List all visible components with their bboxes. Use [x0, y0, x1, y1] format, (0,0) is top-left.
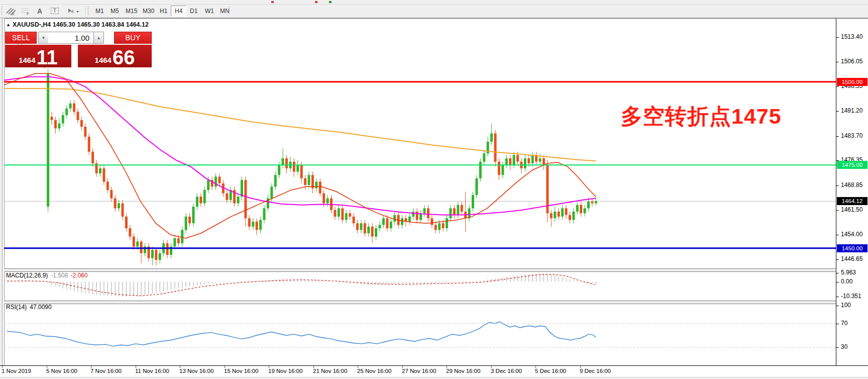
price-label-1500.00: 1500.00: [837, 78, 867, 86]
rsi-tick-30-tick: [836, 347, 839, 348]
rsi-tick-70: 70: [841, 320, 847, 327]
chart-ohlc-title: ▲XAUUSD-,H4 1465.30 1465.30 1463.84 1464…: [6, 21, 149, 28]
rsi-value: 47.0090: [30, 304, 51, 311]
macd-tick-5.963: 5.963: [841, 269, 856, 276]
macd-tick-0.00: 0.00: [841, 278, 852, 285]
price-tick-1483.70-tick: [836, 136, 839, 137]
macd-tick--10.351: -10.351: [841, 293, 861, 300]
volume-decrease-button[interactable]: ▼: [38, 32, 49, 44]
macd-tick-0.00-tick: [836, 282, 839, 282]
price-tick-1491.20-tick: [836, 111, 839, 112]
macd-signal-value: -2.060: [70, 272, 87, 279]
volume-increase-button[interactable]: ▲: [93, 32, 104, 44]
ask-price-main: 1464: [95, 56, 112, 64]
price-axis: 1513.401506.051498.551491.201483.701476.…: [836, 19, 868, 365]
chart-text-annotation[interactable]: 多空转折点1475: [621, 102, 782, 131]
price-tick-1491.20: 1491.20: [841, 107, 862, 114]
price-tick-1513.40: 1513.40: [841, 33, 862, 40]
sell-button[interactable]: SELL: [5, 32, 37, 44]
price-tick-1468.85: 1468.85: [841, 181, 862, 188]
buy-button[interactable]: BUY: [114, 32, 152, 44]
bid-price-box[interactable]: 1464 11: [5, 45, 71, 67]
rsi-tick-100: 100: [841, 302, 851, 309]
mt4-terminal-window: E F A T M1M5M15M30H1H4D1W1MN: [0, 0, 868, 379]
price-label-1464.12: 1464.12: [837, 197, 867, 205]
macd-tick-5.963-tick: [836, 273, 839, 273]
rsi-tick-100-tick: [836, 306, 839, 306]
price-tick-1454.00-tick: [836, 235, 839, 235]
bid-price-main: 1464: [19, 56, 35, 64]
price-label-1450.00: 1450.00: [837, 244, 867, 252]
one-click-trading-panel: SELL ▼ ▲ BUY 1464 11 1464 66: [5, 32, 152, 68]
price-tick-1483.70: 1483.70: [841, 132, 862, 139]
ask-price-pips: 66: [113, 47, 135, 67]
collapse-arrow-icon[interactable]: ▲: [6, 22, 11, 27]
rsi-indicator-label: RSI(14)47.0090: [6, 304, 52, 311]
price-tick-1498.55-tick: [836, 86, 839, 87]
macd-indicator-label: MACD(12,26,9)-1.508-2.060: [6, 272, 87, 279]
price-tick-1506.05: 1506.05: [841, 58, 862, 65]
volume-input[interactable]: [48, 32, 93, 44]
ask-price-box[interactable]: 1464 66: [78, 45, 152, 67]
rsi-tick-30: 30: [841, 343, 847, 350]
price-tick-1454.00: 1454.00: [841, 231, 862, 238]
price-tick-1513.40-tick: [836, 37, 839, 38]
rsi-line: [7, 322, 596, 346]
price-tick-1461.50-tick: [836, 210, 839, 211]
price-tick-1446.65: 1446.65: [841, 255, 862, 262]
rsi-tick-70-tick: [836, 324, 839, 324]
price-tick-1461.50: 1461.50: [841, 206, 862, 213]
macd-tick--10.351-tick: [836, 297, 839, 297]
price-tick-1506.05-tick: [836, 62, 839, 62]
macd-value: -1.508: [51, 272, 68, 279]
macd-signal-line: [7, 274, 596, 296]
price-tick-1468.85-tick: [836, 185, 839, 186]
price-label-1475.00: 1475.00: [837, 161, 867, 169]
price-tick-1446.65-tick: [836, 259, 839, 260]
ma-mid-line: [4, 77, 596, 215]
bid-price-pips: 11: [37, 47, 58, 67]
